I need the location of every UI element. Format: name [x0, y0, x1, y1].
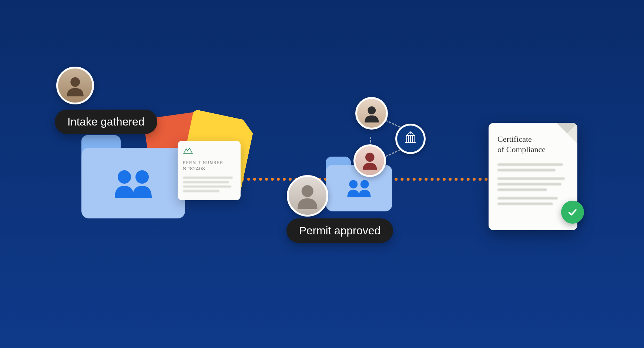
svg-rect-7 — [406, 135, 415, 136]
applicant-avatar — [56, 67, 94, 104]
permit-number-label: PERMIT NUMBER: — [183, 161, 235, 165]
svg-point-6 — [365, 153, 375, 162]
people-icon — [111, 169, 155, 198]
reviewer-avatar — [287, 175, 328, 217]
government-node — [395, 124, 426, 154]
permit-pill: Permit approved — [286, 218, 393, 243]
svg-point-1 — [135, 170, 149, 184]
stakeholder-avatar-2 — [353, 144, 386, 177]
permit-number-value: SP82408 — [183, 166, 235, 171]
svg-point-2 — [70, 77, 80, 87]
permit-document: PERMIT NUMBER: SP82408 — [178, 141, 241, 200]
svg-point-3 — [349, 180, 358, 188]
mountain-logo-icon — [183, 147, 193, 154]
check-badge — [561, 201, 584, 224]
workflow-diagram: PERMIT NUMBER: SP82408 Intake gathered — [0, 0, 644, 348]
svg-point-0 — [118, 170, 131, 184]
people-icon — [345, 179, 373, 198]
check-icon — [567, 206, 578, 218]
intake-pill: Intake gathered — [55, 110, 157, 134]
capitol-icon — [402, 131, 419, 147]
certificate-title: Certificate of Compliance — [497, 134, 568, 154]
stakeholder-avatar-1 — [355, 97, 388, 130]
certificate-document: Certificate of Compliance — [489, 123, 577, 230]
svg-point-4 — [360, 180, 369, 188]
permit-pill-label: Permit approved — [299, 224, 380, 237]
intake-folder — [81, 135, 185, 218]
svg-point-5 — [368, 106, 376, 114]
intake-pill-label: Intake gathered — [67, 116, 145, 128]
connector-line-2 — [389, 178, 500, 181]
svg-point-14 — [302, 185, 313, 197]
svg-rect-13 — [405, 142, 416, 143]
